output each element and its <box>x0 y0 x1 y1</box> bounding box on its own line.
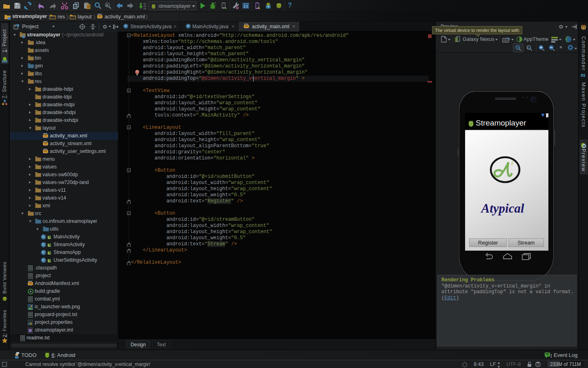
svg-text:IJ: IJ <box>29 329 31 332</box>
svg-text:01: 01 <box>143 7 147 10</box>
svg-text:A: A <box>106 3 109 7</box>
svg-text:1:1: 1:1 <box>528 46 532 49</box>
